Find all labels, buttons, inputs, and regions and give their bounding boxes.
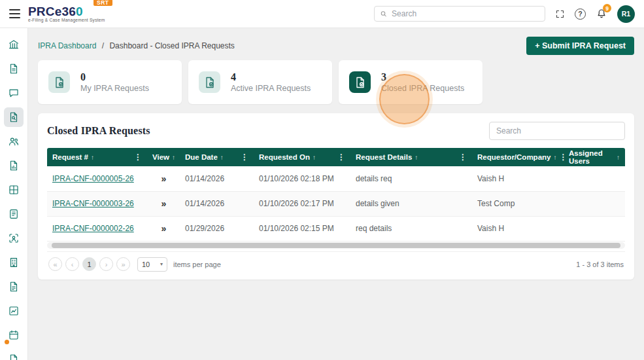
column-menu-icon[interactable]: ⋮ [559,153,567,162]
request-link[interactable]: IPRA-CNF-0000003-26 [52,199,134,208]
sidebar-item-file[interactable] [4,350,24,360]
sidebar-item-calendar[interactable] [4,325,24,345]
sidebar-item-bank[interactable] [4,35,24,54]
page-size-select[interactable]: 10 ▾ [137,257,167,272]
sidebar-item-id-scan[interactable] [4,228,24,248]
horizontal-scrollbar[interactable] [47,242,625,249]
stat-card-my-ipra-requests[interactable]: 0 My IPRA Requests [38,60,182,104]
page-1-button[interactable]: 1 [82,257,96,271]
column-header-requested-on[interactable]: Requested On↑⋮ [254,148,350,166]
requestor-cell: Vaish H [472,166,564,191]
table-search-input[interactable] [489,122,625,140]
sidebar-item-building[interactable] [4,253,24,272]
sort-asc-icon[interactable]: ↑ [220,154,224,161]
brand-tagline: e-Filing & Case Management System [28,18,105,23]
file-report-icon [8,160,20,171]
stat-card-closed-ipra-requests[interactable]: 3 Closed IPRA Requests [339,60,483,104]
column-header-view[interactable]: View↑ [147,148,180,166]
menu-icon[interactable] [9,8,20,20]
assigned-users-cell [564,216,625,241]
sidebar-item-chart[interactable] [4,301,24,321]
fullscreen-icon[interactable] [555,9,565,19]
search-icon [380,10,388,18]
column-menu-icon[interactable]: ⋮ [337,153,345,162]
stat-value: 3 [381,71,464,83]
sort-asc-icon[interactable]: ↑ [553,154,556,161]
sidebar-item-chat[interactable] [4,83,24,103]
sidebar-item-ipra-requests[interactable] [4,107,24,127]
items-per-page-label: items per page [173,261,221,268]
column-header-due-date[interactable]: Due Date↑⋮ [180,148,254,166]
stat-label: My IPRA Requests [80,84,149,93]
file-icon [8,353,20,360]
notifications-button[interactable]: 9 [596,8,607,20]
grid-icon [8,184,20,196]
column-menu-icon[interactable]: ⋮ [241,153,248,162]
closed-ipra-requests-panel: Closed IPRA Requests Request #↑⋮ View↑ D… [38,113,634,279]
sidebar-item-users[interactable] [4,132,24,151]
sort-asc-icon[interactable]: ↑ [313,154,316,161]
column-header-assigned-users[interactable]: Assigned Users↑ [564,148,625,166]
id-scan-icon [8,232,20,244]
sidebar-item-notes[interactable] [4,204,24,224]
sidebar [0,28,28,360]
ipra-file-check-icon [349,71,371,93]
users-icon [8,135,20,147]
column-header-request-details[interactable]: Request Details↑⋮ [350,148,472,166]
column-menu-icon[interactable]: ⋮ [459,153,467,162]
breadcrumb-link-ipra-dashboard[interactable]: IPRA Dashboard [38,41,96,50]
request-details-cell: req details [350,216,472,241]
sidebar-item-invoice[interactable] [4,277,24,297]
request-details-cell: details given [350,191,472,216]
sidebar-notification-dot [5,340,9,344]
view-request-icon[interactable]: » [161,173,166,184]
due-date-cell: 01/14/2026 [180,166,254,191]
stat-label: Active IPRA Requests [231,84,311,93]
closed-ipra-table: Request #↑⋮ View↑ Due Date↑⋮ Requested O… [47,148,625,242]
request-link[interactable]: IPRA-CNF-0000002-26 [52,224,134,233]
requestor-cell: Test Comp [472,191,564,216]
global-search-input[interactable] [392,9,539,18]
sort-asc-icon[interactable]: ↑ [617,154,620,161]
breadcrumb: IPRA Dashboard / Dashboard - Closed IPRA… [38,41,235,50]
building-icon [8,257,20,268]
notification-badge: 9 [603,4,611,12]
sidebar-item-document[interactable] [4,59,24,79]
next-page-button[interactable]: › [99,257,113,271]
column-header-requestor-company[interactable]: Requestor/Company↑⋮ [472,148,564,166]
stat-cards: 0 My IPRA Requests 4 Active IPRA Request… [38,60,634,104]
app-logo[interactable]: SRT PRCe360 e-Filing & Case Management S… [28,5,105,23]
scrollbar-thumb[interactable] [52,243,620,248]
sidebar-item-grid[interactable] [4,180,24,200]
first-page-button[interactable]: « [48,257,62,271]
ipra-file-icon [199,71,220,93]
prev-page-button[interactable]: ‹ [65,257,79,271]
view-request-icon[interactable]: » [161,223,166,234]
stat-card-active-ipra-requests[interactable]: 4 Active IPRA Requests [188,60,332,104]
breadcrumb-separator: / [102,41,104,50]
view-request-icon[interactable]: » [161,198,166,209]
submit-ipra-request-button[interactable]: + Submit IPRA Request [526,37,634,55]
due-date-cell: 01/14/2026 [180,191,254,216]
ipra-file-icon [48,71,70,93]
sort-asc-icon[interactable]: ↑ [91,154,94,161]
sidebar-item-file-report[interactable] [4,156,24,175]
request-link[interactable]: IPRA-CNF-0000005-26 [52,174,134,183]
due-date-cell: 01/29/2026 [180,216,254,241]
help-icon[interactable]: ? [575,9,586,20]
panel-title: Closed IPRA Requests [47,125,150,137]
chart-icon [8,305,20,317]
global-search [374,6,545,22]
pagination: « ‹ 1 › » 10 ▾ items per page 1 - 3 of 3… [47,251,625,274]
column-menu-icon[interactable]: ⋮ [134,153,142,162]
sort-asc-icon[interactable]: ↑ [415,154,418,161]
breadcrumb-current: Dashboard - Closed IPRA Requests [109,41,234,50]
avatar[interactable]: R1 [617,5,635,23]
brand-text: PRCe360 [28,5,105,18]
column-header-request-no[interactable]: Request #↑⋮ [47,148,147,166]
chat-icon [8,87,20,99]
last-page-button[interactable]: » [116,257,130,271]
sort-asc-icon[interactable]: ↑ [172,154,175,161]
stat-value: 0 [80,71,149,83]
page-summary: 1 - 3 of 3 items [576,261,624,268]
